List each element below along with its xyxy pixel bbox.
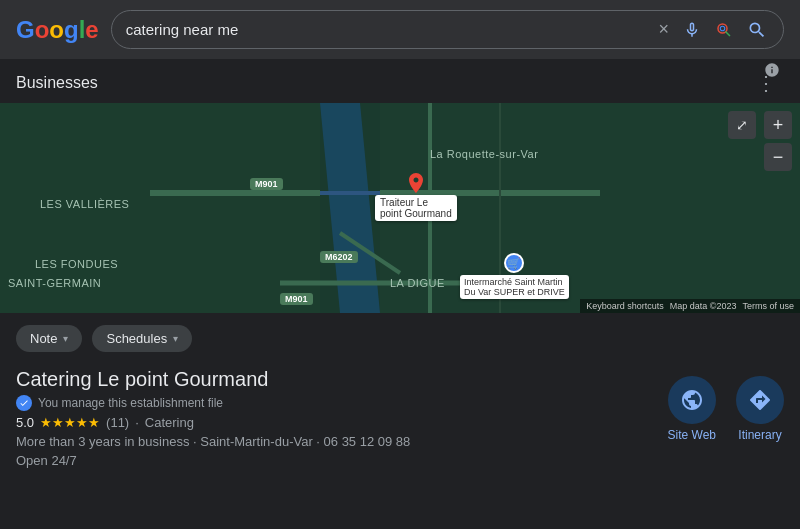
lens-button[interactable] [713, 19, 735, 41]
terms-of-use-link[interactable]: Terms of use [742, 301, 794, 311]
blue-pin-label: Intermarché Saint MartinDu Var SUPER et … [460, 275, 569, 299]
site-web-label: Site Web [668, 428, 716, 442]
business-details: More than 3 years in business · Saint-Ma… [16, 434, 668, 449]
map-data-label: Map data ©2023 [670, 301, 737, 311]
map-footer: Keyboard shortcuts Map data ©2023 Terms … [580, 299, 800, 313]
main-content: Businesses ⋮ [0, 59, 800, 529]
red-pin-label: Traiteur Lepoint Gourmand [375, 195, 457, 221]
panel-title: Businesses [16, 74, 98, 92]
close-icon: × [658, 19, 669, 40]
action-buttons: Note ▾ Schedules ▾ [0, 313, 800, 364]
label-la-digue-visible: LA DIGUE [390, 277, 445, 289]
globe-icon [680, 388, 704, 412]
directions-icon [748, 388, 772, 412]
mic-button[interactable] [681, 19, 703, 41]
business-name: Catering Le point Gourmand [16, 368, 668, 391]
search-input[interactable] [126, 21, 649, 38]
label-saint-germain-visible: SAINT-GERMAIN [8, 277, 101, 289]
rating-row: 5.0 ★★★★★ (11) · Catering [16, 415, 668, 430]
business-info: Catering Le point Gourmand You manage th… [16, 368, 668, 468]
mic-icon [683, 21, 701, 39]
verified-text: You manage this establishment file [38, 396, 223, 410]
dot-separator: · [135, 415, 139, 430]
keyboard-shortcuts-link[interactable]: Keyboard shortcuts [586, 301, 664, 311]
panel-header: Businesses ⋮ [0, 59, 800, 103]
schedules-button[interactable]: Schedules ▾ [92, 325, 192, 352]
business-details-text: More than 3 years in business · Saint-Ma… [16, 434, 410, 449]
search-icon [747, 20, 767, 40]
note-button-label: Note [30, 331, 57, 346]
label-la-roquette: La Roquette-sur-Var [430, 148, 538, 160]
map-container[interactable]: M901 M901 M6202 LES VALLIÈRES LES FONDUE… [0, 103, 800, 313]
header: Google × [0, 0, 800, 59]
itinerary-circle [736, 376, 784, 424]
svg-point-1 [720, 26, 725, 31]
map-pin-blue: 🛒 Intermarché Saint MartinDu Var SUPER e… [460, 253, 569, 299]
note-chevron-icon: ▾ [63, 333, 68, 344]
rating-number: 5.0 [16, 415, 34, 430]
map-pin-red: Traiteur Lepoint Gourmand [375, 173, 457, 221]
stars: ★★★★★ [40, 415, 100, 430]
road-badge-m6202: M6202 [320, 251, 358, 263]
zoom-out-button[interactable]: − [764, 143, 792, 171]
verified-badge [16, 395, 32, 411]
right-actions: Site Web Itinerary [668, 376, 784, 442]
clear-button[interactable]: × [656, 17, 671, 42]
road-badge-m901-top: M901 [250, 178, 283, 190]
search-icon-area: × [656, 17, 769, 42]
lens-icon [715, 21, 733, 39]
itinerary-action[interactable]: Itinerary [736, 376, 784, 442]
svg-line-2 [726, 31, 731, 36]
pin-blue-cart-icon: 🛒 [507, 257, 521, 270]
search-bar: × [111, 10, 784, 49]
label-les-vallieres: LES VALLIÈRES [40, 198, 129, 210]
site-web-circle [668, 376, 716, 424]
schedules-button-label: Schedules [106, 331, 167, 346]
expand-icon: ⤢ [736, 117, 748, 133]
map-controls: + − [764, 111, 792, 171]
site-web-action[interactable]: Site Web [668, 376, 716, 442]
zoom-in-button[interactable]: + [764, 111, 792, 139]
label-les-fondues: LES FONDUES [35, 258, 118, 270]
bottom-section: Catering Le point Gourmand You manage th… [0, 364, 800, 484]
road-badge-m901-mid: M901 [280, 293, 313, 305]
left-panel: Businesses ⋮ [0, 59, 800, 529]
google-logo: Google [16, 16, 99, 44]
map-expand-button[interactable]: ⤢ [728, 111, 756, 139]
checkmark-icon [19, 398, 29, 408]
itinerary-label: Itinerary [738, 428, 781, 442]
review-count: (11) [106, 415, 129, 430]
info-icon[interactable] [764, 62, 780, 82]
note-button[interactable]: Note ▾ [16, 325, 82, 352]
business-category: Catering [145, 415, 194, 430]
open-status: Open 24/7 [16, 453, 668, 468]
red-pin-icon [409, 173, 423, 193]
search-button[interactable] [745, 18, 769, 42]
info-circle-icon [764, 62, 780, 78]
schedules-chevron-icon: ▾ [173, 333, 178, 344]
verified-row: You manage this establishment file [16, 395, 668, 411]
